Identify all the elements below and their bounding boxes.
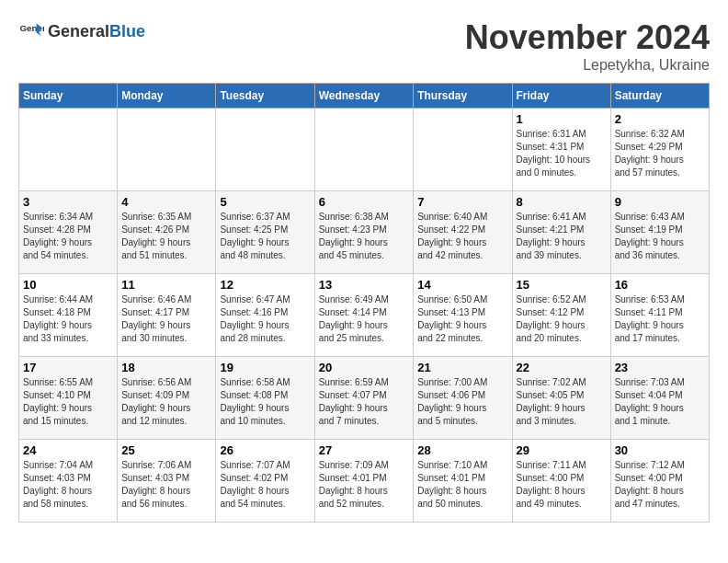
- day-info: Sunrise: 7:00 AM Sunset: 4:06 PM Dayligh…: [417, 376, 507, 428]
- calendar-title-area: November 2024 Lepetykha, Ukraine: [465, 18, 710, 74]
- calendar-cell: 12Sunrise: 6:47 AM Sunset: 4:16 PM Dayli…: [216, 274, 314, 357]
- calendar-cell: 18Sunrise: 6:56 AM Sunset: 4:09 PM Dayli…: [118, 357, 216, 440]
- day-number: 18: [121, 361, 211, 374]
- day-info: Sunrise: 6:43 AM Sunset: 4:19 PM Dayligh…: [615, 211, 705, 262]
- calendar-cell: 28Sunrise: 7:10 AM Sunset: 4:01 PM Dayli…: [414, 440, 512, 523]
- day-number: 15: [517, 278, 607, 292]
- day-info: Sunrise: 6:38 AM Sunset: 4:23 PM Dayligh…: [319, 211, 410, 262]
- logo-blue: Blue: [109, 22, 145, 41]
- calendar-cell: [216, 109, 314, 191]
- day-info: Sunrise: 6:44 AM Sunset: 4:18 PM Dayligh…: [23, 293, 113, 345]
- day-info: Sunrise: 6:32 AM Sunset: 4:29 PM Dayligh…: [615, 128, 705, 179]
- day-number: 21: [417, 361, 507, 374]
- day-number: 17: [23, 361, 113, 374]
- calendar-cell: [118, 109, 216, 191]
- day-number: 8: [517, 195, 607, 209]
- calendar-cell: 17Sunrise: 6:55 AM Sunset: 4:10 PM Dayli…: [19, 357, 118, 440]
- logo-icon: General: [18, 18, 44, 44]
- calendar-cell: 10Sunrise: 6:44 AM Sunset: 4:18 PM Dayli…: [19, 274, 118, 357]
- day-info: Sunrise: 6:55 AM Sunset: 4:10 PM Dayligh…: [23, 376, 113, 428]
- calendar-cell: 9Sunrise: 6:43 AM Sunset: 4:19 PM Daylig…: [610, 191, 709, 274]
- day-number: 5: [220, 195, 310, 209]
- day-info: Sunrise: 6:37 AM Sunset: 4:25 PM Dayligh…: [220, 211, 310, 262]
- calendar-cell: 6Sunrise: 6:38 AM Sunset: 4:23 PM Daylig…: [314, 191, 414, 274]
- day-info: Sunrise: 7:04 AM Sunset: 4:03 PM Dayligh…: [23, 459, 113, 511]
- day-number: 30: [615, 443, 705, 457]
- calendar-cell: 5Sunrise: 6:37 AM Sunset: 4:25 PM Daylig…: [216, 191, 314, 274]
- day-number: 26: [220, 443, 310, 457]
- day-number: 28: [417, 443, 507, 457]
- page-header: General General Blue November 2024 Lepet…: [18, 18, 710, 74]
- calendar-cell: 4Sunrise: 6:35 AM Sunset: 4:26 PM Daylig…: [118, 191, 216, 274]
- day-info: Sunrise: 7:02 AM Sunset: 4:05 PM Dayligh…: [517, 376, 607, 428]
- calendar-cell: 14Sunrise: 6:50 AM Sunset: 4:13 PM Dayli…: [414, 274, 512, 357]
- calendar-cell: 19Sunrise: 6:58 AM Sunset: 4:08 PM Dayli…: [216, 357, 314, 440]
- logo: General General Blue: [18, 18, 145, 44]
- weekday-header-saturday: Saturday: [610, 84, 709, 109]
- calendar-cell: 8Sunrise: 6:41 AM Sunset: 4:21 PM Daylig…: [512, 191, 610, 274]
- week-row-5: 24Sunrise: 7:04 AM Sunset: 4:03 PM Dayli…: [19, 440, 710, 523]
- calendar-cell: 2Sunrise: 6:32 AM Sunset: 4:29 PM Daylig…: [610, 109, 709, 191]
- calendar-cell: 23Sunrise: 7:03 AM Sunset: 4:04 PM Dayli…: [610, 357, 709, 440]
- weekday-header-thursday: Thursday: [414, 84, 512, 109]
- day-info: Sunrise: 7:07 AM Sunset: 4:02 PM Dayligh…: [220, 459, 310, 511]
- weekday-header-friday: Friday: [512, 84, 610, 109]
- day-info: Sunrise: 7:12 AM Sunset: 4:00 PM Dayligh…: [615, 459, 705, 511]
- day-number: 19: [220, 361, 310, 374]
- day-number: 24: [23, 443, 113, 457]
- day-info: Sunrise: 6:47 AM Sunset: 4:16 PM Dayligh…: [220, 293, 310, 345]
- day-info: Sunrise: 6:52 AM Sunset: 4:12 PM Dayligh…: [517, 293, 607, 345]
- calendar-cell: [19, 109, 118, 191]
- calendar-cell: 1Sunrise: 6:31 AM Sunset: 4:31 PM Daylig…: [512, 109, 610, 191]
- day-info: Sunrise: 6:41 AM Sunset: 4:21 PM Dayligh…: [517, 211, 607, 262]
- day-number: 9: [615, 195, 705, 209]
- weekday-header-monday: Monday: [118, 84, 216, 109]
- calendar-cell: 27Sunrise: 7:09 AM Sunset: 4:01 PM Dayli…: [314, 440, 414, 523]
- day-number: 7: [417, 195, 507, 209]
- weekday-header-tuesday: Tuesday: [216, 84, 314, 109]
- logo-general: General: [48, 22, 109, 41]
- weekday-header-row: SundayMondayTuesdayWednesdayThursdayFrid…: [19, 84, 710, 109]
- calendar-cell: [314, 109, 414, 191]
- day-info: Sunrise: 6:35 AM Sunset: 4:26 PM Dayligh…: [121, 211, 211, 262]
- day-number: 22: [517, 361, 607, 374]
- location-subtitle: Lepetykha, Ukraine: [465, 57, 710, 74]
- day-info: Sunrise: 6:40 AM Sunset: 4:22 PM Dayligh…: [417, 211, 507, 262]
- week-row-2: 3Sunrise: 6:34 AM Sunset: 4:28 PM Daylig…: [19, 191, 710, 274]
- calendar-cell: 16Sunrise: 6:53 AM Sunset: 4:11 PM Dayli…: [610, 274, 709, 357]
- calendar-cell: 20Sunrise: 6:59 AM Sunset: 4:07 PM Dayli…: [314, 357, 414, 440]
- day-info: Sunrise: 7:10 AM Sunset: 4:01 PM Dayligh…: [417, 459, 507, 511]
- day-info: Sunrise: 6:58 AM Sunset: 4:08 PM Dayligh…: [220, 376, 310, 428]
- day-number: 3: [23, 195, 113, 209]
- day-number: 1: [517, 112, 607, 126]
- day-number: 11: [121, 278, 211, 292]
- day-info: Sunrise: 6:56 AM Sunset: 4:09 PM Dayligh…: [121, 376, 211, 428]
- day-number: 12: [220, 278, 310, 292]
- calendar-cell: 26Sunrise: 7:07 AM Sunset: 4:02 PM Dayli…: [216, 440, 314, 523]
- day-info: Sunrise: 6:59 AM Sunset: 4:07 PM Dayligh…: [319, 376, 410, 428]
- week-row-3: 10Sunrise: 6:44 AM Sunset: 4:18 PM Dayli…: [19, 274, 710, 357]
- day-number: 14: [417, 278, 507, 292]
- day-info: Sunrise: 7:09 AM Sunset: 4:01 PM Dayligh…: [319, 459, 410, 511]
- day-number: 2: [615, 112, 705, 126]
- calendar-cell: 29Sunrise: 7:11 AM Sunset: 4:00 PM Dayli…: [512, 440, 610, 523]
- day-info: Sunrise: 7:03 AM Sunset: 4:04 PM Dayligh…: [615, 376, 705, 428]
- calendar-cell: 7Sunrise: 6:40 AM Sunset: 4:22 PM Daylig…: [414, 191, 512, 274]
- calendar-cell: 21Sunrise: 7:00 AM Sunset: 4:06 PM Dayli…: [414, 357, 512, 440]
- day-number: 29: [517, 443, 607, 457]
- weekday-header-wednesday: Wednesday: [314, 84, 414, 109]
- calendar-cell: 25Sunrise: 7:06 AM Sunset: 4:03 PM Dayli…: [118, 440, 216, 523]
- day-info: Sunrise: 6:46 AM Sunset: 4:17 PM Dayligh…: [121, 293, 211, 345]
- day-info: Sunrise: 7:06 AM Sunset: 4:03 PM Dayligh…: [121, 459, 211, 511]
- calendar-cell: 13Sunrise: 6:49 AM Sunset: 4:14 PM Dayli…: [314, 274, 414, 357]
- calendar-cell: 30Sunrise: 7:12 AM Sunset: 4:00 PM Dayli…: [610, 440, 709, 523]
- day-number: 10: [23, 278, 113, 292]
- day-number: 20: [319, 361, 410, 374]
- day-info: Sunrise: 6:34 AM Sunset: 4:28 PM Dayligh…: [23, 211, 113, 262]
- day-number: 6: [319, 195, 410, 209]
- calendar-cell: 3Sunrise: 6:34 AM Sunset: 4:28 PM Daylig…: [19, 191, 118, 274]
- week-row-4: 17Sunrise: 6:55 AM Sunset: 4:10 PM Dayli…: [19, 357, 710, 440]
- calendar-cell: 11Sunrise: 6:46 AM Sunset: 4:17 PM Dayli…: [118, 274, 216, 357]
- day-number: 23: [615, 361, 705, 374]
- day-info: Sunrise: 6:50 AM Sunset: 4:13 PM Dayligh…: [417, 293, 507, 345]
